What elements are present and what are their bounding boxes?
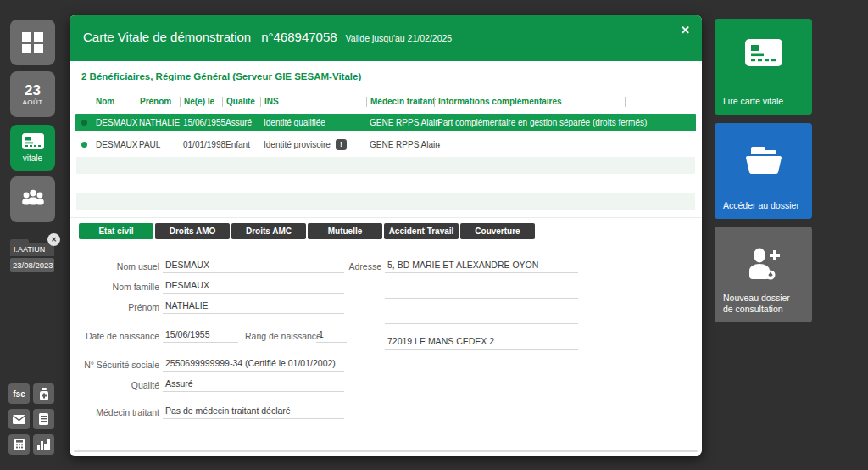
documents-button[interactable]	[33, 409, 54, 429]
nom-usuel-value: DESMAUX	[163, 260, 344, 273]
agenda-button[interactable]: 23 AOÛT	[10, 71, 55, 117]
rang-naissance-value: 1	[316, 329, 347, 343]
card-validity: Valide jusqu'au 21/02/2025	[346, 33, 453, 43]
field-adresse-ville: 72019 LE MANS CEDEX 2	[346, 336, 578, 350]
tab-droits-amc[interactable]: Droits AMC	[231, 223, 306, 239]
date-naissance-value: 15/06/1955	[163, 329, 238, 343]
calculator-button[interactable]	[8, 434, 30, 455]
tab-etat-civil[interactable]: Etat civil	[79, 223, 153, 239]
medication-button[interactable]	[33, 383, 54, 404]
patients-button[interactable]	[10, 176, 55, 222]
grid-icon	[22, 32, 43, 53]
adresse-ville: 72019 LE MANS CEDEX 2	[385, 336, 578, 350]
status-dot	[81, 120, 87, 126]
lire-carte-vitale-label: Lire carte vitale	[723, 96, 783, 108]
modal-header: Carte Vitale de démonstration n°46894705…	[70, 15, 702, 61]
patient-chip[interactable]: I.AATIUN 23/08/2023 ✕	[10, 239, 54, 272]
empty-table-row	[76, 193, 695, 210]
statistics-button[interactable]	[33, 434, 54, 455]
acceder-au-dossier-tile[interactable]: Accéder au dossier	[715, 123, 812, 219]
tab-accident-travail[interactable]: Accident Travail	[384, 223, 459, 239]
beneficiaries-table-header: Nom Prénom Né(e) le Qualité INS Médecin …	[75, 95, 696, 109]
agenda-month: AOÛT	[22, 98, 42, 106]
field-adresse: Adresse 5, BD MARIE ET ALEXANDRE OYON	[346, 260, 578, 273]
vitale-button-label: vitale	[23, 154, 42, 163]
apps-grid-button[interactable]	[10, 20, 55, 65]
nouveau-dossier-consultation-tile[interactable]: Nouveau dossier de consultation	[715, 227, 812, 322]
agenda-day: 23	[25, 83, 41, 98]
qualite-value: Assuré	[163, 378, 344, 392]
tab-droits-amo[interactable]: Droits AMO	[155, 223, 230, 239]
detail-tabs: Etat civil Droits AMO Droits AMC Mutuell…	[79, 223, 535, 239]
folder-icon	[715, 143, 812, 176]
fse-button[interactable]: fse	[8, 383, 30, 404]
adresse-ligne-3	[385, 311, 578, 324]
field-qualite: Qualité Assuré	[81, 378, 344, 392]
status-column	[80, 97, 95, 107]
adresse-ligne-1: 5, BD MARIE ET ALEXANDRE OYON	[385, 260, 578, 273]
tab-mutuelle[interactable]: Mutuelle	[308, 223, 382, 239]
table-row-beneficiary-1[interactable]: DESMAUX NATHALIE 15/06/1955 Assuré Ident…	[75, 114, 696, 131]
col-ins: INS	[260, 97, 366, 107]
messages-button[interactable]	[8, 409, 30, 429]
prenom-value: NATHALIE	[163, 300, 344, 314]
envelope-icon	[13, 415, 25, 424]
table-row-beneficiary-2[interactable]: DESMAUX PAUL 01/01/1998 Enfant Identité …	[75, 134, 696, 154]
medicine-bottle-icon	[38, 388, 50, 400]
field-nom-usuel: Nom usuel DESMAUX	[81, 260, 344, 273]
modal-bottom-edge	[74, 450, 698, 452]
beneficiaries-summary: 2 Bénéficiaires, Régime Général (Serveur…	[81, 71, 361, 81]
status-dot	[81, 142, 87, 148]
patient-date: 23/08/2023	[10, 258, 54, 272]
medecin-traitant-value: Pas de médecin traitant déclaré	[163, 406, 344, 419]
field-adresse-3	[346, 311, 578, 324]
field-naissance: Date de naissance 15/06/1955 Rang de nai…	[81, 329, 347, 343]
warning-badge-icon: !	[336, 139, 347, 150]
patient-chip-close-icon[interactable]: ✕	[47, 233, 60, 246]
calculator-icon	[14, 439, 25, 450]
col-end	[625, 97, 696, 107]
patient-name: I.AATIUN	[10, 243, 54, 256]
col-ne-le: Né(e) le	[180, 97, 222, 107]
card-number: n°468947058	[261, 30, 337, 44]
adresse-ligne-2	[385, 285, 578, 299]
securite-sociale-value: 2550699999999-34 (Certifié le 01/01/2002…	[163, 358, 344, 372]
field-adresse-2	[346, 285, 578, 299]
field-nom-famille: Nom famille DESMAUX	[81, 280, 344, 294]
carte-vitale-modal: Carte Vitale de démonstration n°46894705…	[70, 15, 702, 456]
modal-title: Carte Vitale de démonstration	[83, 30, 251, 44]
close-icon[interactable]: ✕	[677, 21, 693, 39]
lire-carte-vitale-tile[interactable]: Lire carte vitale	[715, 19, 812, 115]
field-medecin-traitant: Médecin traitant Pas de médecin traitant…	[81, 406, 344, 419]
acceder-au-dossier-label: Accéder au dossier	[723, 200, 799, 212]
col-prenom: Prénom	[136, 97, 180, 107]
doctor-plus-icon	[715, 247, 812, 283]
col-informations: Informations complémentaires	[434, 97, 625, 107]
field-prenom: Prénom NATHALIE	[81, 300, 344, 314]
vitale-card-icon	[22, 133, 44, 152]
col-nom: Nom	[95, 97, 136, 107]
field-securite-sociale: N° Sécurité sociale 2550699999999-34 (Ce…	[81, 358, 344, 372]
col-medecin-traitant: Médecin traitant	[366, 97, 434, 107]
vitale-card-icon	[715, 39, 812, 66]
divider	[70, 217, 702, 218]
empty-table-row	[76, 157, 695, 174]
document-icon	[39, 413, 48, 425]
nouveau-dossier-consultation-label: Nouveau dossier de consultation	[723, 293, 790, 316]
fse-label: fse	[13, 389, 25, 399]
nom-famille-value: DESMAUX	[163, 280, 344, 294]
col-qualite: Qualité	[222, 97, 260, 107]
bar-chart-icon	[37, 439, 50, 450]
tab-couverture[interactable]: Couverture	[460, 223, 535, 239]
people-icon	[20, 189, 46, 210]
vitale-button[interactable]: vitale	[10, 125, 55, 171]
